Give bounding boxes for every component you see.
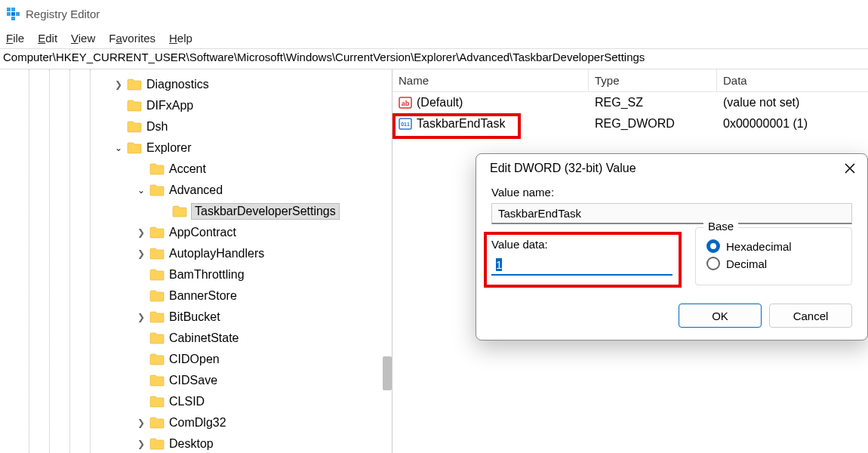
cancel-button[interactable]: Cancel [769, 304, 852, 328]
column-type[interactable]: Type [589, 69, 717, 91]
tree-label: Diagnostics [146, 78, 209, 91]
tree-label: Accent [169, 162, 206, 176]
tree-label: ComDlg32 [169, 416, 226, 430]
tree-item[interactable]: CabinetState [0, 328, 392, 349]
tree-item[interactable]: BannerStore [0, 285, 392, 307]
tree-label: DIFxApp [146, 99, 193, 112]
list-row[interactable]: 011TaskbarEndTaskREG_DWORD0x00000001 (1) [392, 113, 868, 134]
value-name-label: Value name: [491, 186, 852, 199]
value-name-field[interactable]: TaskbarEndTask [491, 203, 852, 224]
base-legend: Base [703, 220, 738, 233]
value-type: REG_DWORD [589, 113, 717, 134]
tree-label: BitBucket [169, 310, 220, 324]
value-data: (value not set) [717, 92, 868, 113]
radio-hexadecimal[interactable]: Hexadecimal [706, 239, 841, 253]
svg-rect-1 [11, 8, 15, 11]
dialog-title: Edit DWORD (32-bit) Value [490, 162, 636, 175]
tree-label: BannerStore [169, 289, 237, 303]
tree-label: CLSID [169, 395, 205, 408]
tree-label: Advanced [169, 183, 223, 197]
address-bar[interactable]: Computer\HKEY_CURRENT_USER\Software\Micr… [0, 48, 868, 69]
tree-label: AutoplayHandlers [169, 247, 264, 260]
tree-label: AppContract [169, 226, 236, 239]
tree-item[interactable]: CIDSave [0, 370, 392, 391]
tree-item[interactable]: ❯BitBucket [0, 307, 392, 328]
value-name: (Default) [417, 96, 463, 109]
tree-item[interactable]: CLSID [0, 391, 392, 412]
close-icon[interactable] [843, 162, 857, 175]
tree-item[interactable]: DIFxApp [0, 95, 392, 116]
tree-label: TaskbarDeveloperSettings [192, 204, 339, 219]
value-type: REG_SZ [589, 92, 717, 113]
tree-label: Explorer [146, 141, 192, 155]
tree-item[interactable]: TaskbarDeveloperSettings [0, 201, 392, 222]
tree-pane[interactable]: ❯DiagnosticsDIFxAppDsh⌄ExplorerAccent⌄Ad… [0, 69, 392, 453]
base-group: Base Hexadecimal Decimal [695, 227, 852, 285]
tree-item[interactable]: BamThrottling [0, 264, 392, 285]
window-title: Registry Editor [26, 8, 100, 20]
tree-item[interactable]: ⌄Advanced [0, 180, 392, 201]
value-data-input[interactable] [491, 255, 673, 276]
tree-label: Desktop [169, 437, 214, 451]
tree-item[interactable]: ❯Diagnostics [0, 74, 392, 95]
tree-item[interactable]: ❯Desktop [0, 433, 392, 453]
list-header[interactable]: Name Type Data [392, 69, 868, 92]
svg-rect-0 [7, 8, 11, 11]
radio-decimal[interactable]: Decimal [706, 257, 841, 270]
scrollbar-thumb[interactable] [383, 356, 392, 390]
edit-dword-dialog: Edit DWORD (32-bit) Value Value name: Ta… [476, 153, 868, 341]
svg-rect-5 [11, 17, 15, 20]
tree-label: BamThrottling [169, 268, 245, 282]
tree-label: Dsh [146, 120, 168, 134]
title-bar: Registry Editor [0, 0, 868, 27]
menu-view[interactable]: View [71, 32, 95, 45]
list-row[interactable]: ab(Default)REG_SZ(value not set) [392, 92, 868, 113]
menu-bar: File Edit View Favorites Help [0, 27, 868, 48]
column-name[interactable]: Name [392, 69, 589, 91]
tree-item[interactable]: Accent [0, 159, 392, 180]
tree-item[interactable]: ❯AutoplayHandlers [0, 243, 392, 264]
svg-rect-3 [11, 12, 15, 16]
tree-label: CIDSave [169, 374, 217, 387]
tree-label: CabinetState [169, 331, 239, 345]
tree-item[interactable]: ❯ComDlg32 [0, 412, 392, 433]
tree-item[interactable]: ❯AppContract [0, 222, 392, 243]
regedit-icon [6, 7, 20, 20]
svg-rect-2 [7, 12, 11, 16]
tree-item[interactable]: Dsh [0, 116, 392, 137]
value-name: TaskbarEndTask [417, 117, 505, 131]
menu-file[interactable]: File [6, 32, 24, 45]
svg-text:ab: ab [402, 100, 410, 107]
svg-rect-4 [16, 12, 20, 16]
tree-label: CIDOpen [169, 353, 220, 366]
value-data: 0x00000001 (1) [717, 113, 868, 134]
ok-button[interactable]: OK [679, 304, 762, 328]
radio-icon [706, 239, 720, 253]
menu-help[interactable]: Help [169, 32, 192, 45]
tree-item[interactable]: CIDOpen [0, 349, 392, 370]
radio-icon [706, 257, 720, 270]
column-data[interactable]: Data [717, 69, 868, 91]
menu-favorites[interactable]: Favorites [109, 32, 155, 45]
menu-edit[interactable]: Edit [38, 32, 57, 45]
tree-item[interactable]: ⌄Explorer [0, 137, 392, 159]
value-data-label: Value data: [491, 238, 673, 251]
svg-text:011: 011 [401, 122, 410, 127]
